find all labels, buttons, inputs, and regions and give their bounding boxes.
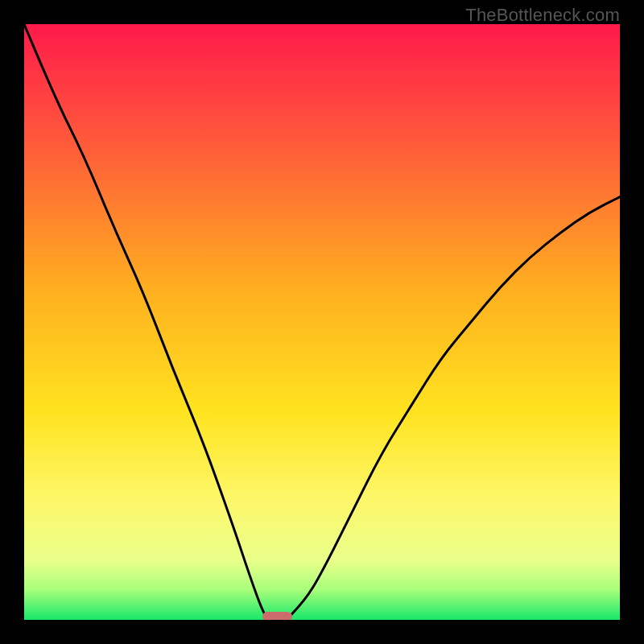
bottleneck-marker <box>262 612 292 620</box>
chart-plot-area <box>24 24 620 620</box>
chart-frame: TheBottleneck.com <box>0 0 644 644</box>
chart-svg <box>24 24 620 620</box>
svg-rect-0 <box>24 24 620 620</box>
watermark-text: TheBottleneck.com <box>465 5 620 26</box>
